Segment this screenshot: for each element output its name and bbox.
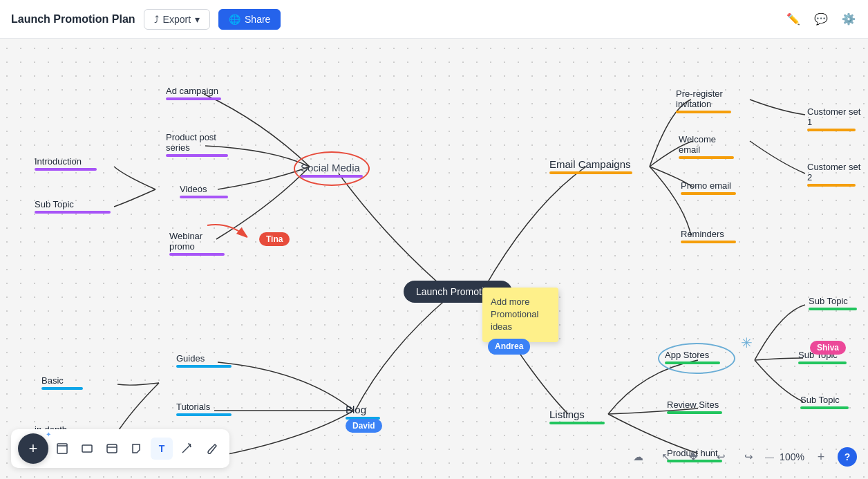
- toolbar: + T: [11, 429, 229, 468]
- guides-node[interactable]: Guides: [176, 353, 232, 368]
- asterisk-icon: ✳: [741, 335, 753, 351]
- promo-email-node[interactable]: Promo email: [681, 180, 736, 195]
- tutorials-node[interactable]: Tutorials: [176, 402, 232, 416]
- header-actions: ✏️ 💬 ⚙️: [785, 11, 857, 28]
- comment-icon[interactable]: 💬: [813, 11, 829, 28]
- introduction-node[interactable]: Introduction: [35, 156, 97, 171]
- basic-node[interactable]: Basic: [41, 375, 83, 390]
- cursor-tool[interactable]: ↖: [654, 446, 677, 468]
- blog-node[interactable]: Blog: [346, 404, 380, 420]
- export-button[interactable]: ⤴ Export ▾: [144, 9, 210, 30]
- brush-tool[interactable]: [200, 438, 223, 460]
- text-icon: T: [159, 443, 165, 454]
- frame-tool[interactable]: [51, 438, 73, 460]
- globe-icon: 🌐: [229, 14, 240, 25]
- connections-svg: [0, 39, 868, 479]
- andrea-inline: Andrea: [488, 339, 530, 355]
- svg-line-5: [182, 444, 191, 453]
- david-badge: David: [346, 419, 382, 433]
- social-media-node[interactable]: Social Media: [301, 162, 363, 178]
- help-button[interactable]: ?: [838, 447, 857, 467]
- edit-icon[interactable]: ✏️: [785, 11, 802, 28]
- customer-set-2-node[interactable]: Customer set 2: [807, 162, 860, 187]
- reminders-node[interactable]: Reminders: [681, 229, 736, 243]
- videos-node[interactable]: Videos: [180, 184, 228, 198]
- add-button[interactable]: +: [18, 433, 48, 464]
- header: Launch Promotion Plan ⤴ Export ▾ 🌐 Share…: [0, 0, 868, 39]
- welcome-email-node[interactable]: Welcome email: [679, 134, 734, 159]
- line-tool[interactable]: [176, 438, 198, 460]
- social-media-bar: [301, 175, 363, 178]
- sticky-note[interactable]: Add more Promotional ideas Andrea: [482, 288, 558, 342]
- right-toolbar: ☁ ↖ ✥ ↩ ↪ — 100% + ?: [627, 446, 857, 468]
- settings-icon[interactable]: ⚙️: [840, 11, 857, 28]
- pre-register-node[interactable]: Pre-register invitation: [676, 88, 731, 113]
- app-stores-node[interactable]: App Stores: [665, 350, 720, 364]
- review-sites-node[interactable]: Review Sites: [667, 400, 722, 414]
- text-tool[interactable]: T: [151, 438, 173, 460]
- listings-node[interactable]: Listings: [549, 408, 605, 424]
- share-button[interactable]: 🌐 Share: [218, 9, 281, 30]
- andrea-badge: Andrea: [488, 339, 530, 355]
- sub-topic-tr-node[interactable]: Sub Topic: [809, 296, 857, 310]
- sticky-tool[interactable]: [126, 438, 148, 460]
- chevron-down-icon: ▾: [195, 14, 200, 25]
- zoom-in-button[interactable]: +: [810, 446, 832, 468]
- shiva-badge: Shiva: [810, 341, 846, 355]
- move-tool[interactable]: ✥: [682, 446, 704, 468]
- page-title: Launch Promotion Plan: [11, 13, 135, 26]
- zoom-level: 100%: [780, 451, 804, 462]
- ad-campaign-node[interactable]: Ad campaign: [166, 86, 221, 100]
- sub-topic-left-node[interactable]: Sub Topic: [35, 199, 111, 214]
- canvas[interactable]: Launch Promotions Social Media Ad campai…: [0, 39, 868, 479]
- rectangle-tool[interactable]: [76, 438, 98, 460]
- redo-button[interactable]: ↪: [737, 446, 760, 468]
- webinar-promo-node[interactable]: Webinar promo: [169, 231, 225, 256]
- sub-topic-br-node[interactable]: Sub Topic: [800, 395, 849, 409]
- card-tool[interactable]: [101, 438, 123, 460]
- email-campaigns-node[interactable]: Email Campaigns: [549, 158, 632, 174]
- export-icon: ⤴: [154, 14, 159, 25]
- svg-rect-0: [57, 444, 67, 453]
- svg-line-7: [188, 444, 191, 444]
- svg-rect-2: [82, 445, 92, 452]
- plus-icon: +: [29, 440, 38, 458]
- undo-button[interactable]: ↩: [710, 446, 732, 468]
- product-post-node[interactable]: Product post series: [166, 132, 228, 157]
- svg-rect-3: [107, 444, 117, 453]
- cloud-icon[interactable]: ☁: [627, 446, 649, 468]
- tina-badge: Tina: [259, 232, 290, 246]
- customer-set-1-node[interactable]: Customer set 1: [807, 106, 860, 131]
